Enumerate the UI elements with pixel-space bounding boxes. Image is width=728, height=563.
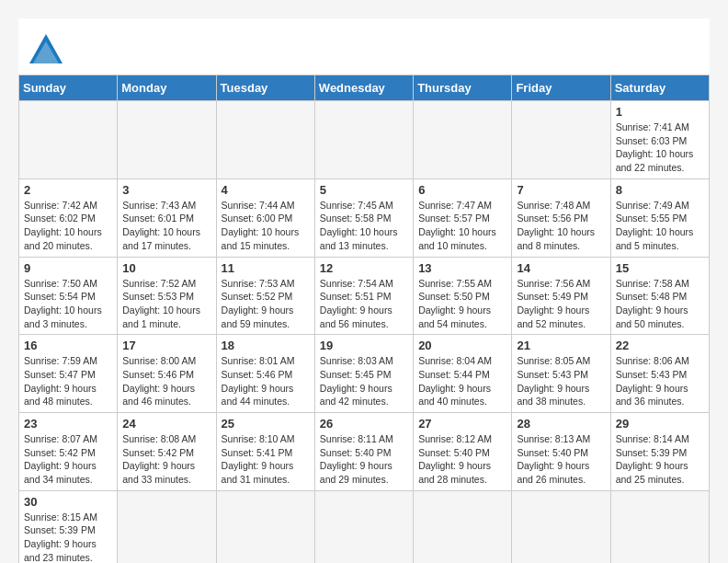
day-info: Sunrise: 8:06 AM Sunset: 5:43 PM Dayligh… (616, 354, 704, 408)
day-number: 3 (122, 183, 210, 197)
weekday-header: Saturday (610, 75, 709, 101)
calendar-cell: 15Sunrise: 7:58 AM Sunset: 5:48 PM Dayli… (610, 257, 709, 335)
day-number: 13 (418, 261, 506, 275)
logo (28, 32, 72, 65)
calendar-cell (118, 101, 216, 179)
day-info: Sunrise: 7:48 AM Sunset: 5:56 PM Dayligh… (517, 199, 605, 253)
calendar-cell: 10Sunrise: 7:52 AM Sunset: 5:53 PM Dayli… (118, 257, 216, 335)
header (18, 18, 710, 75)
day-number: 24 (122, 417, 210, 431)
calendar-cell: 29Sunrise: 8:14 AM Sunset: 5:39 PM Dayli… (610, 413, 709, 491)
calendar-cell: 5Sunrise: 7:45 AM Sunset: 5:58 PM Daylig… (314, 178, 413, 257)
day-info: Sunrise: 7:55 AM Sunset: 5:50 PM Dayligh… (418, 277, 506, 331)
day-number: 21 (517, 339, 605, 352)
calendar-cell: 17Sunrise: 8:00 AM Sunset: 5:46 PM Dayli… (118, 335, 216, 413)
calendar-week-row: 1Sunrise: 7:41 AM Sunset: 6:03 PM Daylig… (19, 101, 710, 179)
day-info: Sunrise: 8:14 AM Sunset: 5:39 PM Dayligh… (616, 432, 704, 487)
day-info: Sunrise: 7:56 AM Sunset: 5:49 PM Dayligh… (517, 277, 605, 331)
calendar-cell (19, 101, 118, 179)
day-number: 17 (122, 339, 210, 352)
calendar-cell: 24Sunrise: 8:08 AM Sunset: 5:42 PM Dayli… (118, 413, 216, 491)
day-number: 30 (24, 495, 112, 509)
calendar-cell (314, 101, 413, 179)
day-info: Sunrise: 7:53 AM Sunset: 5:52 PM Dayligh… (222, 277, 310, 331)
day-info: Sunrise: 8:00 AM Sunset: 5:46 PM Dayligh… (122, 354, 210, 408)
calendar-cell: 27Sunrise: 8:12 AM Sunset: 5:40 PM Dayli… (414, 413, 512, 491)
day-number: 20 (418, 339, 506, 352)
calendar-cell (118, 490, 216, 563)
day-number: 28 (517, 417, 605, 431)
day-number: 5 (320, 183, 408, 197)
calendar-page: SundayMondayTuesdayWednesdayThursdayFrid… (18, 18, 710, 563)
day-number: 12 (320, 261, 408, 275)
day-number: 11 (222, 261, 310, 275)
calendar-cell (610, 490, 709, 563)
calendar-cell: 22Sunrise: 8:06 AM Sunset: 5:43 PM Dayli… (610, 335, 709, 413)
day-number: 2 (24, 183, 112, 197)
weekday-header-row: SundayMondayTuesdayWednesdayThursdayFrid… (19, 75, 710, 101)
calendar-week-row: 16Sunrise: 7:59 AM Sunset: 5:47 PM Dayli… (19, 335, 710, 413)
day-info: Sunrise: 7:44 AM Sunset: 6:00 PM Dayligh… (222, 199, 310, 253)
day-number: 26 (320, 417, 408, 431)
calendar-cell: 23Sunrise: 8:07 AM Sunset: 5:42 PM Dayli… (19, 413, 118, 491)
calendar-cell: 30Sunrise: 8:15 AM Sunset: 5:39 PM Dayli… (19, 490, 118, 563)
weekday-header: Friday (512, 75, 610, 101)
calendar-cell: 8Sunrise: 7:49 AM Sunset: 5:55 PM Daylig… (610, 178, 709, 257)
day-number: 25 (222, 417, 310, 431)
day-number: 22 (616, 339, 704, 352)
day-info: Sunrise: 7:50 AM Sunset: 5:54 PM Dayligh… (24, 277, 112, 331)
calendar-cell: 12Sunrise: 7:54 AM Sunset: 5:51 PM Dayli… (314, 257, 413, 335)
calendar-cell: 9Sunrise: 7:50 AM Sunset: 5:54 PM Daylig… (19, 257, 118, 335)
day-number: 4 (222, 183, 310, 197)
day-info: Sunrise: 7:49 AM Sunset: 5:55 PM Dayligh… (616, 199, 704, 253)
day-number: 14 (517, 261, 605, 275)
day-info: Sunrise: 7:47 AM Sunset: 5:57 PM Dayligh… (418, 199, 506, 253)
calendar-table: SundayMondayTuesdayWednesdayThursdayFrid… (18, 75, 710, 563)
calendar-week-row: 23Sunrise: 8:07 AM Sunset: 5:42 PM Dayli… (19, 413, 710, 491)
calendar-week-row: 9Sunrise: 7:50 AM Sunset: 5:54 PM Daylig… (19, 257, 710, 335)
day-number: 6 (418, 183, 506, 197)
day-info: Sunrise: 7:45 AM Sunset: 5:58 PM Dayligh… (320, 199, 408, 253)
calendar-cell: 3Sunrise: 7:43 AM Sunset: 6:01 PM Daylig… (118, 178, 216, 257)
calendar-cell: 14Sunrise: 7:56 AM Sunset: 5:49 PM Dayli… (512, 257, 610, 335)
calendar-cell (414, 490, 512, 563)
day-info: Sunrise: 8:11 AM Sunset: 5:40 PM Dayligh… (320, 432, 408, 487)
calendar-cell: 7Sunrise: 7:48 AM Sunset: 5:56 PM Daylig… (512, 178, 610, 257)
calendar-cell (512, 101, 610, 179)
day-info: Sunrise: 7:52 AM Sunset: 5:53 PM Dayligh… (122, 277, 210, 331)
calendar-cell: 13Sunrise: 7:55 AM Sunset: 5:50 PM Dayli… (414, 257, 512, 335)
day-number: 23 (24, 417, 112, 431)
day-info: Sunrise: 7:59 AM Sunset: 5:47 PM Dayligh… (24, 354, 112, 408)
day-info: Sunrise: 8:01 AM Sunset: 5:46 PM Dayligh… (222, 354, 310, 408)
day-number: 29 (616, 417, 704, 431)
calendar-cell: 28Sunrise: 8:13 AM Sunset: 5:40 PM Dayli… (512, 413, 610, 491)
day-info: Sunrise: 8:05 AM Sunset: 5:43 PM Dayligh… (517, 354, 605, 408)
day-number: 18 (222, 339, 310, 352)
calendar-cell: 6Sunrise: 7:47 AM Sunset: 5:57 PM Daylig… (414, 178, 512, 257)
calendar-cell: 19Sunrise: 8:03 AM Sunset: 5:45 PM Dayli… (314, 335, 413, 413)
calendar-cell: 16Sunrise: 7:59 AM Sunset: 5:47 PM Dayli… (19, 335, 118, 413)
calendar-cell: 25Sunrise: 8:10 AM Sunset: 5:41 PM Dayli… (216, 413, 314, 491)
day-number: 16 (24, 339, 112, 352)
day-info: Sunrise: 8:04 AM Sunset: 5:44 PM Dayligh… (418, 354, 506, 408)
logo-icon (28, 32, 64, 65)
calendar-cell (216, 101, 314, 179)
day-number: 8 (616, 183, 704, 197)
day-info: Sunrise: 7:42 AM Sunset: 6:02 PM Dayligh… (24, 199, 112, 253)
day-info: Sunrise: 8:15 AM Sunset: 5:39 PM Dayligh… (24, 511, 112, 563)
day-info: Sunrise: 8:13 AM Sunset: 5:40 PM Dayligh… (517, 432, 605, 487)
day-number: 1 (616, 105, 704, 119)
day-info: Sunrise: 7:41 AM Sunset: 6:03 PM Dayligh… (616, 121, 704, 175)
day-info: Sunrise: 7:54 AM Sunset: 5:51 PM Dayligh… (320, 277, 408, 331)
day-info: Sunrise: 7:58 AM Sunset: 5:48 PM Dayligh… (616, 277, 704, 331)
day-info: Sunrise: 8:07 AM Sunset: 5:42 PM Dayligh… (24, 432, 112, 487)
weekday-header: Thursday (414, 75, 512, 101)
day-number: 27 (418, 417, 506, 431)
day-info: Sunrise: 8:10 AM Sunset: 5:41 PM Dayligh… (222, 432, 310, 487)
weekday-header: Sunday (19, 75, 118, 101)
calendar-cell: 21Sunrise: 8:05 AM Sunset: 5:43 PM Dayli… (512, 335, 610, 413)
weekday-header: Tuesday (216, 75, 314, 101)
day-info: Sunrise: 8:03 AM Sunset: 5:45 PM Dayligh… (320, 354, 408, 408)
calendar-cell (512, 490, 610, 563)
day-number: 9 (24, 261, 112, 275)
